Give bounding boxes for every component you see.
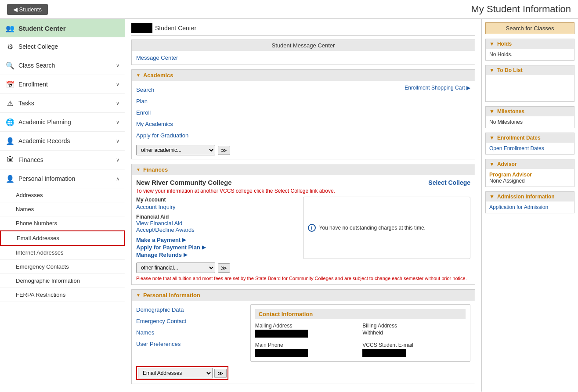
students-button[interactable]: ◀ Students [7, 4, 48, 15]
message-center-body: Message Center [132, 51, 475, 65]
make-payment-link[interactable]: Make a Payment [136, 237, 181, 243]
academics-header[interactable]: ▼ Academics [132, 70, 475, 81]
finances-right: i You have no outstanding charges at thi… [303, 197, 471, 259]
holds-text: No Holds. [489, 51, 513, 58]
admission-body: Application for Admission [486, 201, 574, 213]
academics-go-button[interactable]: ≫ [218, 146, 230, 155]
pi-go-button[interactable]: ≫ [214, 369, 227, 378]
message-center-link[interactable]: Message Center [136, 54, 178, 61]
my-academics-link[interactable]: My Academics [136, 121, 173, 127]
sidebar-item-finances[interactable]: 🏛 Finances ∨ [0, 151, 125, 169]
finances-note: To view your information at another VCCS… [136, 188, 470, 194]
enrollment-dates-title: Enrollment Dates [497, 135, 541, 141]
layout: 👥 Student Center ⚙ Select College 🔍 Clas… [0, 19, 578, 392]
emergency-contact-link[interactable]: Emergency Contact [136, 318, 186, 324]
names-link[interactable]: Names [136, 329, 154, 336]
sidebar-sub-item-ferpa-restrictions[interactable]: FERPA Restrictions [0, 288, 125, 302]
select-college-icon: ⚙ [5, 42, 15, 51]
vccs-email-col: VCCS Student E-mail [362, 342, 466, 357]
view-financial-aid-link[interactable]: View Financial Aid [136, 220, 182, 227]
manage-refunds-row: Manage Refunds ▶ [136, 252, 294, 258]
sidebar-item-enrollment[interactable]: 📅 Enrollment ∨ [0, 75, 125, 94]
sidebar-sub-item-emergency-contacts[interactable]: Emergency Contacts [0, 260, 125, 274]
billing-address-withheld: Withheld [362, 330, 466, 336]
personal-info-triangle: ▼ [136, 293, 141, 298]
user-preferences-link[interactable]: User Preferences [136, 341, 181, 347]
main-phone-label: Main Phone [255, 342, 358, 348]
pi-dropdown-wrapper: Email Addresses ≫ [136, 366, 228, 380]
advisor-section: ▼ Advisor Program Advisor None Assigned [485, 159, 574, 187]
open-enrollment-dates-link[interactable]: Open Enrollment Dates [489, 145, 544, 151]
finances-header[interactable]: ▼ Finances [132, 164, 475, 175]
academics-title: Academics [143, 72, 173, 79]
program-advisor-label: Program Advisor [489, 172, 571, 178]
sidebar-sub-item-names[interactable]: Names [0, 202, 125, 216]
no-charges-text: You have no outstanding charges at this … [319, 225, 426, 231]
finances-label: Finances [18, 156, 43, 163]
academics-dropdown[interactable]: other academic... [136, 145, 215, 155]
top-bar: ◀ Students My Student Information [0, 0, 578, 19]
search-for-classes-button[interactable]: Search for Classes [485, 22, 574, 34]
personal-info-section-header[interactable]: ▼ Personal Information [132, 290, 475, 301]
accept-decline-link[interactable]: Accept/Decline Awards [136, 227, 195, 233]
sidebar-item-class-search[interactable]: 🔍 Class Search ∨ [0, 56, 125, 75]
sidebar-sub-item-demographic-information[interactable]: Demographic Information [0, 274, 125, 288]
sidebar-item-academic-planning[interactable]: 🌐 Academic Planning ∨ [0, 113, 125, 132]
account-inquiry-link[interactable]: Account Inquiry [136, 204, 176, 210]
academic-records-label: Academic Records [18, 137, 70, 144]
milestones-header: ▼ Milestones [486, 107, 574, 116]
enrollment-dates-header: ▼ Enrollment Dates [486, 133, 574, 143]
enrollment-chevron: ∨ [116, 82, 119, 87]
contact-info-header: Contact Information [255, 309, 466, 319]
message-center-header: Student Message Center [132, 40, 475, 51]
breadcrumb-black-box [131, 23, 152, 33]
sidebar-sub-item-phone-numbers[interactable]: Phone Numbers [0, 216, 125, 230]
sidebar-item-tasks[interactable]: ⚠ Tasks ∨ [0, 94, 125, 113]
finances-icon: 🏛 [5, 155, 15, 165]
financial-go-button[interactable]: ≫ [218, 263, 230, 273]
admission-header: ▼ Admission Information [486, 192, 574, 201]
enroll-link[interactable]: Enroll [136, 109, 151, 116]
academic-records-chevron: ∨ [116, 138, 119, 144]
select-college-link[interactable]: Select College [428, 179, 470, 186]
pi-left: Demographic Data Emergency Contact Names… [136, 304, 242, 362]
pi-dropdown-section: Email Addresses ≫ [136, 366, 470, 380]
finances-section: ▼ Finances New River Community College S… [131, 164, 475, 285]
apply-graduation-link[interactable]: Apply for Graduation [136, 132, 188, 139]
search-link[interactable]: Search [136, 86, 154, 93]
todo-title: To Do List [497, 67, 523, 73]
advisor-body: Program Advisor None Assigned [486, 169, 574, 187]
sidebar-item-academic-records[interactable]: 👤 Academic Records ∨ [0, 132, 125, 151]
personal-info-body: Demographic Data Emergency Contact Names… [132, 301, 475, 384]
plan-link[interactable]: Plan [136, 98, 148, 104]
manage-refunds-link[interactable]: Manage Refunds [136, 252, 182, 258]
make-payment-arrow: ▶ [182, 237, 186, 243]
holds-title: Holds [497, 41, 512, 47]
sidebar-sub-item-email-addresses[interactable]: Email Addresses [0, 230, 125, 246]
enrollment-dates-body: Open Enrollment Dates [486, 143, 574, 154]
sidebar-sub-item-addresses[interactable]: Addresses [0, 188, 125, 202]
sidebar-sub-item-internet-addresses[interactable]: Internet Addresses [0, 246, 125, 260]
demographic-data-link[interactable]: Demographic Data [136, 306, 184, 313]
enrollment-dates-triangle: ▼ [489, 135, 495, 141]
apply-payment-plan-link[interactable]: Apply for Payment Plan [136, 244, 200, 251]
advisor-header: ▼ Advisor [486, 159, 574, 169]
sidebar-item-select-college[interactable]: ⚙ Select College [0, 37, 125, 56]
info-icon: i [308, 224, 316, 232]
application-for-admission-link[interactable]: Application for Admission [489, 204, 548, 210]
student-center-icon: 👥 [5, 23, 15, 33]
make-payment-row: Make a Payment ▶ [136, 237, 294, 243]
tuition-note: Please note that all tuition and most fe… [136, 276, 470, 281]
milestones-body: No Milestones [486, 116, 574, 128]
financial-dropdown[interactable]: other financial... [136, 263, 215, 273]
billing-address-col: Billing Address Withheld [362, 323, 466, 338]
finances-cols: My Account Account Inquiry Financial Aid… [136, 197, 470, 259]
pi-dropdown[interactable]: Email Addresses [138, 368, 213, 378]
enrollment-cart-link[interactable]: Enrollment Shopping Cart ▶ [405, 84, 470, 91]
personal-info-title: Personal Information [143, 292, 200, 298]
sidebar-item-personal-information[interactable]: 👤 Personal Information ∧ [0, 169, 125, 188]
todo-header: ▼ To Do List [486, 65, 574, 75]
contact-grid: Mailing Address Billing Address Withheld… [255, 323, 466, 357]
manage-refunds-arrow: ▶ [184, 252, 187, 258]
class-search-label: Class Search [18, 62, 55, 69]
